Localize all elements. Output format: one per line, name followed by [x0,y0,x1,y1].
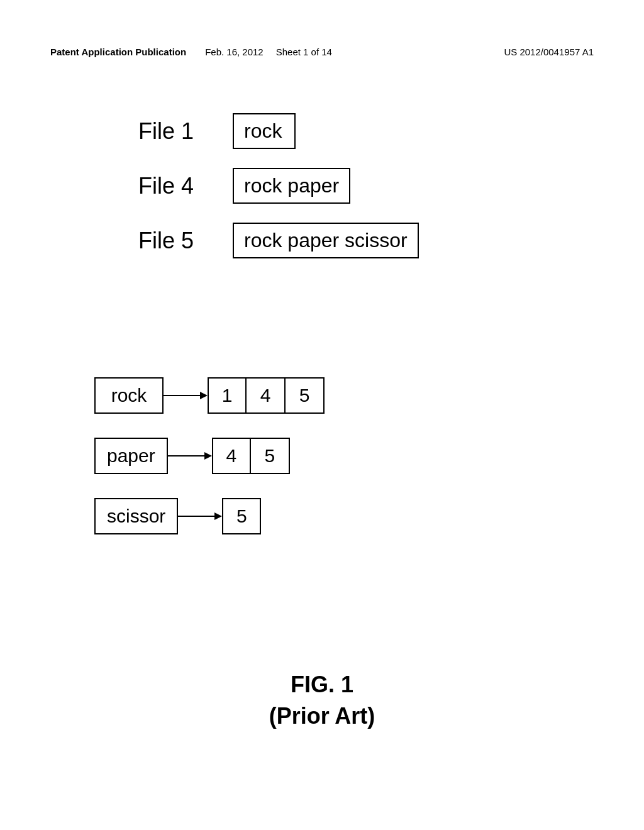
file-row-1: File 1 rock [138,113,419,149]
index-row-scissor: scissor 5 [94,498,325,534]
patent-publication-label: Patent Application Publication [50,47,186,57]
num-paper-4: 4 [212,438,251,474]
index-nums-paper: 4 5 [212,438,290,474]
index-term-scissor: scissor [94,498,178,534]
num-rock-4: 4 [247,377,286,414]
arrow-scissor [178,507,222,526]
svg-marker-3 [204,452,212,460]
top-diagram: File 1 rock File 4 rock paper File 5 roc… [138,113,419,258]
num-rock-1: 1 [208,377,247,414]
file-box-5: rock paper scissor [233,223,419,258]
num-rock-5: 5 [286,377,325,414]
patent-number: US 2012/0041957 A1 [504,47,594,57]
index-row-rock: rock 1 4 5 [94,377,325,414]
index-nums-scissor: 5 [222,498,261,534]
file-label-4: File 4 [138,173,214,199]
file-box-1: rock [233,113,296,149]
sheet-info: Sheet 1 of 14 [276,47,332,57]
num-paper-5: 5 [251,438,290,474]
file-box-4: rock paper [233,168,350,204]
figure-subtitle: (Prior Art) [0,703,644,729]
bottom-diagram: rock 1 4 5 paper 4 5 scissor [94,377,325,534]
index-term-paper: paper [94,438,168,474]
figure-caption: FIG. 1 (Prior Art) [0,672,644,729]
file-label-5: File 5 [138,228,214,254]
index-nums-rock: 1 4 5 [208,377,325,414]
svg-marker-1 [200,392,208,399]
arrow-paper [168,446,212,465]
file-row-4: File 4 rock paper [138,168,419,204]
file-label-1: File 1 [138,118,214,145]
svg-marker-5 [214,512,222,520]
arrow-rock [164,386,208,405]
page-header: Patent Application Publication Feb. 16, … [0,47,644,57]
index-row-paper: paper 4 5 [94,438,325,474]
publication-date: Feb. 16, 2012 [205,47,264,57]
index-term-rock: rock [94,377,164,414]
file-row-5: File 5 rock paper scissor [138,223,419,258]
figure-title: FIG. 1 [0,672,644,698]
num-scissor-5: 5 [222,498,261,534]
